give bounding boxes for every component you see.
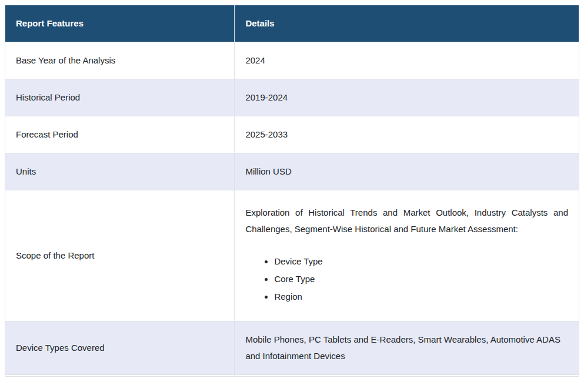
table-row-forecast-period: Forecast Period 2025-2033 xyxy=(5,116,579,153)
feature-cell: Historical Period xyxy=(5,79,235,116)
feature-cell: Device Types Covered xyxy=(5,321,235,375)
table-header: Report Features Details xyxy=(5,5,579,42)
header-row: Report Features Details xyxy=(5,5,579,42)
detail-cell-partial xyxy=(235,375,579,377)
feature-cell: Scope of the Report xyxy=(5,190,235,321)
detail-cell: 2024 xyxy=(235,42,579,79)
bullet-item-device-type: Device Type xyxy=(274,253,568,270)
bullet-item-region: Region xyxy=(274,288,568,306)
table-row-base-year: Base Year of the Analysis 2024 xyxy=(5,42,579,79)
feature-cell: Forecast Period xyxy=(5,116,235,153)
detail-cell: 2025-2033 xyxy=(235,116,579,153)
bullet-item-core-type: Core Type xyxy=(274,270,568,288)
scope-bullet-list: Device Type Core Type Region xyxy=(245,253,568,306)
table-row-scope: Scope of the Report Exploration of Histo… xyxy=(5,190,579,321)
detail-cell: Million USD xyxy=(235,153,579,190)
table-row-partial xyxy=(5,375,579,377)
scope-paragraph: Exploration of Historical Trends and Mar… xyxy=(245,205,568,237)
detail-cell-scope: Exploration of Historical Trends and Mar… xyxy=(235,190,579,321)
feature-cell: Units xyxy=(5,153,235,190)
feature-cell: Base Year of the Analysis xyxy=(5,42,235,79)
header-cell-report-features: Report Features xyxy=(5,5,235,42)
report-features-table: Report Features Details Base Year of the… xyxy=(5,5,579,377)
header-cell-details: Details xyxy=(235,5,579,42)
table-row-historical-period: Historical Period 2019-2024 xyxy=(5,79,579,116)
feature-cell-partial xyxy=(5,375,235,377)
table-row-device-types: Device Types Covered Mobile Phones, PC T… xyxy=(5,321,579,375)
detail-cell: Mobile Phones, PC Tablets and E-Readers,… xyxy=(235,321,579,375)
table-row-units: Units Million USD xyxy=(5,153,579,190)
table-body: Base Year of the Analysis 2024 Historica… xyxy=(5,42,579,377)
detail-cell: 2019-2024 xyxy=(235,79,579,116)
